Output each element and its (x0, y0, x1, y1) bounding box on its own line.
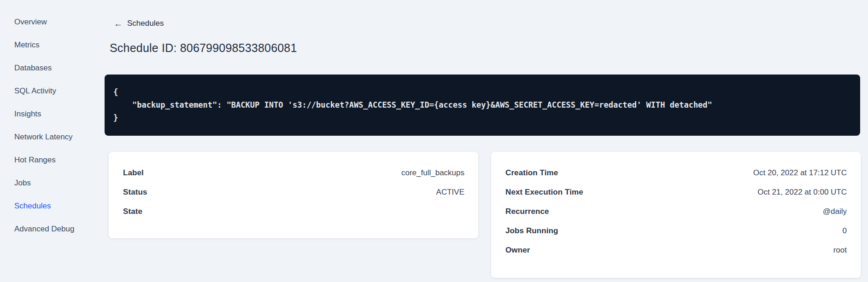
jobs-running-value: 0 (843, 226, 847, 236)
sidebar-item-hot-ranges[interactable]: Hot Ranges (0, 149, 88, 172)
label-key: Label (123, 168, 144, 178)
status-key: Status (123, 188, 147, 197)
sidebar-item-advanced-debug[interactable]: Advanced Debug (0, 218, 88, 241)
backup-statement-code: { "backup_statement": "BACKUP INTO 's3:/… (105, 75, 860, 124)
jobs-running-key: Jobs Running (505, 226, 558, 236)
sidebar-item-overview[interactable]: Overview (0, 11, 88, 34)
backup-statement-code-block: { "backup_statement": "BACKUP INTO 's3:/… (105, 75, 860, 136)
sidebar-item-jobs[interactable]: Jobs (0, 172, 88, 195)
schedule-detail-page: Overview Metrics Databases SQL Activity … (0, 0, 868, 282)
back-to-schedules-link[interactable]: ← Schedules (114, 19, 164, 28)
sidebar-item-network-latency[interactable]: Network Latency (0, 126, 88, 149)
label-value: core_full_backups (401, 168, 464, 178)
sidebar-item-databases[interactable]: Databases (0, 57, 88, 80)
back-link-label: Schedules (127, 19, 164, 28)
detail-row-jobs-running: Jobs Running 0 (505, 221, 847, 241)
owner-value: root (833, 246, 847, 255)
detail-row-next-execution-time: Next Execution Time Oct 21, 2022 at 0:00… (505, 183, 847, 202)
sidebar-nav-list: Overview Metrics Databases SQL Activity … (0, 11, 88, 241)
sidebar-item-sql-activity[interactable]: SQL Activity (0, 80, 88, 103)
page-title: Schedule ID: 806799098533806081 (110, 41, 297, 55)
detail-row-recurrence: Recurrence @daily (505, 202, 847, 221)
detail-row-state: State (123, 202, 464, 221)
next-execution-time-value: Oct 21, 2022 at 0:00 UTC (757, 188, 847, 197)
detail-row-label: Label core_full_backups (123, 163, 464, 183)
status-value: ACTIVE (436, 188, 464, 197)
recurrence-value: @daily (823, 207, 847, 216)
recurrence-key: Recurrence (505, 207, 549, 216)
arrow-left-icon: ← (114, 19, 123, 28)
creation-time-key: Creation Time (505, 168, 558, 178)
detail-row-creation-time: Creation Time Oct 20, 2022 at 17:12 UTC (505, 163, 847, 183)
next-execution-time-key: Next Execution Time (505, 188, 583, 197)
state-key: State (123, 207, 142, 216)
sidebar: Overview Metrics Databases SQL Activity … (0, 0, 88, 282)
schedule-timing-card: Creation Time Oct 20, 2022 at 17:12 UTC … (491, 152, 861, 278)
owner-key: Owner (505, 246, 530, 255)
sidebar-item-metrics[interactable]: Metrics (0, 34, 88, 57)
detail-row-owner: Owner root (505, 241, 847, 260)
schedule-label-card: Label core_full_backups Status ACTIVE St… (109, 152, 478, 238)
creation-time-value: Oct 20, 2022 at 17:12 UTC (753, 168, 847, 178)
detail-row-status: Status ACTIVE (123, 183, 464, 202)
sidebar-item-schedules[interactable]: Schedules (0, 195, 88, 218)
sidebar-item-insights[interactable]: Insights (0, 103, 88, 126)
